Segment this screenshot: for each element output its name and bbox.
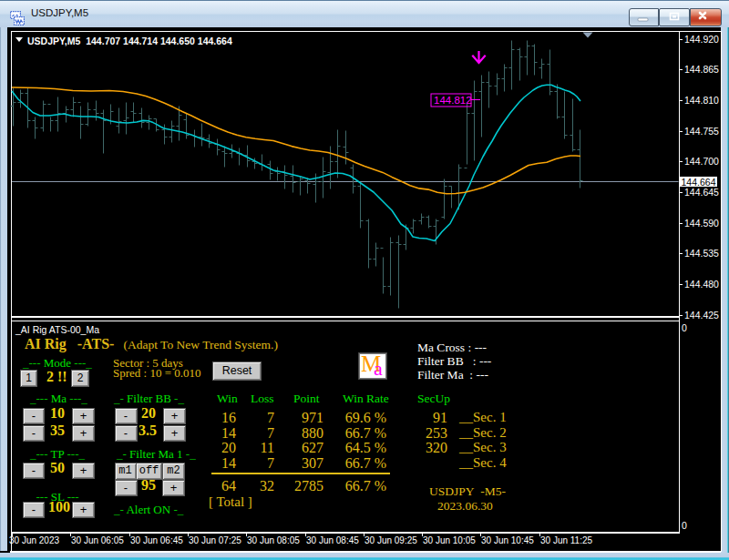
svg-text:144.812: 144.812 [434, 95, 472, 106]
